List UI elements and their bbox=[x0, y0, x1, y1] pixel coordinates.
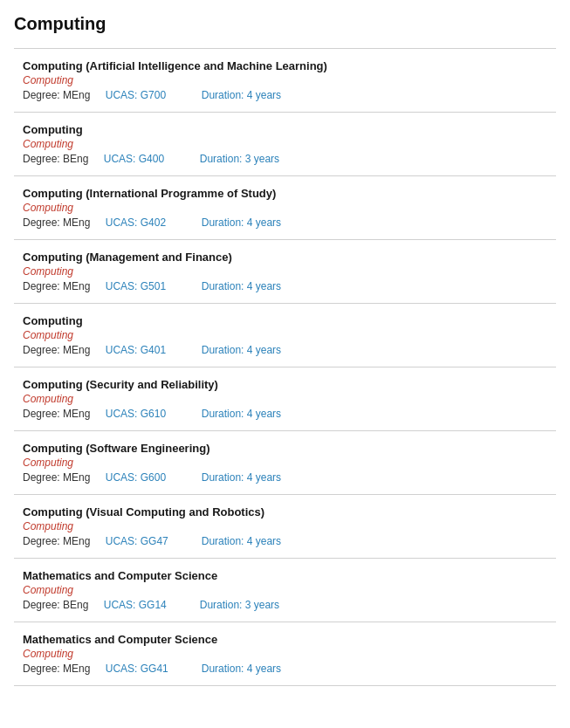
course-name: Computing (Artificial Intelligence and M… bbox=[23, 59, 547, 72]
course-duration: Duration: 4 years bbox=[189, 471, 281, 484]
course-ucas: UCAS: G600 bbox=[93, 471, 189, 484]
course-degree: Degree: MEng bbox=[23, 471, 90, 484]
page-title: Computing bbox=[14, 14, 556, 34]
course-category: Computing bbox=[23, 393, 547, 405]
course-duration: Duration: 3 years bbox=[188, 153, 279, 165]
course-meta: Degree: MEng UCAS: G700 Duration: 4 year… bbox=[23, 89, 547, 101]
course-name: Computing (Software Engineering) bbox=[23, 442, 547, 455]
course-ucas: UCAS: GG41 bbox=[93, 663, 189, 675]
course-meta: Degree: BEng UCAS: GG14 Duration: 3 year… bbox=[23, 599, 547, 611]
course-item[interactable]: Computing (Security and Reliability)Comp… bbox=[14, 367, 556, 431]
course-category: Computing bbox=[23, 265, 547, 278]
course-meta: Degree: MEng UCAS: G610 Duration: 4 year… bbox=[23, 408, 547, 420]
course-item[interactable]: Mathematics and Computer ScienceComputin… bbox=[14, 559, 556, 622]
course-degree: Degree: MEng bbox=[23, 344, 90, 356]
course-meta: Degree: MEng UCAS: G402 Duration: 4 year… bbox=[23, 216, 547, 229]
course-ucas: UCAS: G501 bbox=[93, 280, 189, 292]
course-ucas: UCAS: G700 bbox=[93, 89, 189, 101]
course-item[interactable]: Computing (Management and Finance)Comput… bbox=[14, 240, 556, 304]
course-duration: Duration: 4 years bbox=[189, 89, 281, 101]
page-container: Computing Computing (Artificial Intellig… bbox=[0, 0, 570, 700]
course-name: Computing (Security and Reliability) bbox=[23, 378, 547, 391]
course-category: Computing bbox=[23, 74, 547, 86]
course-ucas: UCAS: GG14 bbox=[92, 599, 188, 611]
course-category: Computing bbox=[23, 329, 547, 341]
course-category: Computing bbox=[23, 202, 547, 214]
course-duration: Duration: 4 years bbox=[189, 663, 281, 675]
course-item[interactable]: Computing (Artificial Intelligence and M… bbox=[14, 49, 556, 113]
course-category: Computing bbox=[23, 648, 547, 660]
course-duration: Duration: 4 years bbox=[189, 535, 281, 547]
course-category: Computing bbox=[23, 584, 547, 596]
course-name: Computing (Visual Computing and Robotics… bbox=[23, 505, 547, 519]
course-duration: Duration: 4 years bbox=[189, 344, 281, 356]
course-degree: Degree: MEng bbox=[23, 408, 90, 420]
course-duration: Duration: 4 years bbox=[189, 408, 281, 420]
course-duration: Duration: 4 years bbox=[189, 216, 281, 229]
course-ucas: UCAS: G402 bbox=[93, 216, 189, 229]
course-item[interactable]: Computing (Software Engineering)Computin… bbox=[14, 431, 556, 495]
course-degree: Degree: MEng bbox=[23, 663, 90, 675]
course-degree: Degree: MEng bbox=[23, 89, 90, 101]
course-duration: Duration: 4 years bbox=[189, 280, 281, 292]
course-meta: Degree: MEng UCAS: G401 Duration: 4 year… bbox=[23, 344, 547, 356]
course-list: Computing (Artificial Intelligence and M… bbox=[14, 48, 556, 686]
course-degree: Degree: MEng bbox=[23, 216, 90, 229]
course-ucas: UCAS: G401 bbox=[93, 344, 189, 356]
course-meta: Degree: MEng UCAS: G600 Duration: 4 year… bbox=[23, 471, 547, 484]
course-name: Computing (International Programme of St… bbox=[23, 187, 547, 200]
course-meta: Degree: MEng UCAS: GG47 Duration: 4 year… bbox=[23, 535, 547, 547]
course-item[interactable]: ComputingComputingDegree: BEng UCAS: G40… bbox=[14, 113, 556, 176]
course-name: Mathematics and Computer Science bbox=[23, 633, 547, 646]
course-item[interactable]: ComputingComputingDegree: MEng UCAS: G40… bbox=[14, 304, 556, 367]
course-meta: Degree: BEng UCAS: G400 Duration: 3 year… bbox=[23, 153, 547, 165]
course-name: Mathematics and Computer Science bbox=[23, 569, 547, 582]
course-name: Computing bbox=[23, 314, 547, 327]
course-item[interactable]: Computing (International Programme of St… bbox=[14, 176, 556, 240]
course-ucas: UCAS: G610 bbox=[93, 408, 189, 420]
course-category: Computing bbox=[23, 138, 547, 150]
course-name: Computing bbox=[23, 123, 547, 136]
course-item[interactable]: Computing (Visual Computing and Robotics… bbox=[14, 495, 556, 559]
course-name: Computing (Management and Finance) bbox=[23, 251, 547, 264]
course-meta: Degree: MEng UCAS: G501 Duration: 4 year… bbox=[23, 280, 547, 292]
course-degree: Degree: BEng bbox=[23, 153, 88, 165]
course-item[interactable]: Mathematics and Computer ScienceComputin… bbox=[14, 622, 556, 686]
course-degree: Degree: MEng bbox=[23, 535, 90, 547]
course-ucas: UCAS: GG47 bbox=[93, 535, 189, 547]
course-duration: Duration: 3 years bbox=[188, 599, 279, 611]
course-degree: Degree: BEng bbox=[23, 599, 88, 611]
course-meta: Degree: MEng UCAS: GG41 Duration: 4 year… bbox=[23, 663, 547, 675]
course-degree: Degree: MEng bbox=[23, 280, 90, 292]
course-ucas: UCAS: G400 bbox=[92, 153, 188, 165]
course-category: Computing bbox=[23, 457, 547, 469]
course-category: Computing bbox=[23, 520, 547, 532]
